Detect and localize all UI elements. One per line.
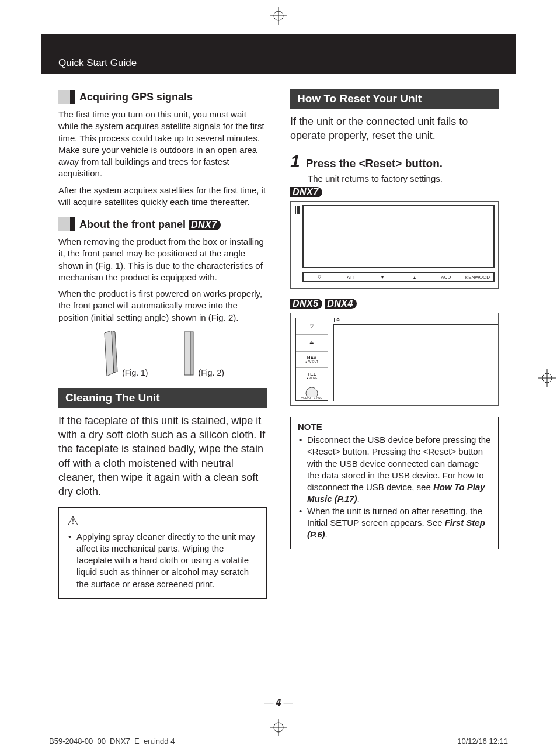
page-number: —4—: [0, 698, 557, 708]
footer-timestamp: 10/12/16 12:11: [457, 737, 508, 745]
step-title: Press the <Reset> button.: [306, 157, 443, 170]
warning-box: ⚠ Applying spray cleaner directly to the…: [58, 507, 267, 599]
footer-metadata: B59-2048-00_00_DNX7_E_en.indd 4 10/12/16…: [49, 737, 508, 745]
frontpanel-para-2: When the product is first powered on wor…: [58, 288, 267, 324]
header-title: Quick Start Guide: [58, 57, 137, 69]
dnx5-btn-nav: NAV● AV OUT: [296, 352, 328, 368]
left-column: Acquiring GPS signals The first time you…: [58, 81, 267, 599]
dnx7-device-illustration: ▽ ATT ▾ ▴ AUD KENWOOD: [290, 201, 499, 289]
dnx7-btn-eject: ▽: [304, 275, 335, 280]
dnx5-btn-tel: TEL● V.OFF: [296, 368, 328, 384]
content-columns: Acquiring GPS signals The first time you…: [41, 74, 516, 599]
svg-point-13: [306, 387, 318, 397]
gps-para-1: The first time you turn on this unit, yo…: [58, 109, 267, 180]
fig2-panel-icon: [183, 331, 195, 377]
warning-icon: ⚠: [67, 514, 258, 529]
dnx5-disc-icon: ⦿: [334, 318, 342, 322]
model-badge-dnx4: DNX4: [325, 299, 357, 309]
model-badge-dnx7-illus: DNX7: [290, 187, 322, 197]
dnx5-knob-vol: VOL/ATT ● AUD: [296, 384, 328, 400]
header-bar: Quick Start Guide: [41, 34, 516, 74]
note2-suffix: .: [325, 529, 328, 539]
page-number-value: 4: [276, 698, 281, 708]
heading-cleaning: Cleaning The Unit: [58, 388, 267, 408]
reg-mark-top: [270, 7, 287, 25]
dnx7-screen: [302, 205, 495, 268]
dnx7-hinge-icon: [294, 205, 300, 285]
heading-gps: Acquiring GPS signals: [58, 90, 267, 104]
page: Quick Start Guide Acquiring GPS signals …: [0, 34, 557, 599]
note-item-1: Disconnect the USB device before pressin…: [301, 434, 491, 505]
square-bullet-icon: [58, 90, 75, 104]
dnx7-btn-att: ATT: [335, 275, 367, 280]
frontpanel-para-1: When removing the product from the box o…: [58, 236, 267, 283]
step-subtitle: The unit returns to factory settings.: [308, 174, 499, 183]
dnx5-btn-eject: ▽: [296, 318, 328, 335]
dnx5-device-illustration: ▽ ⏏ NAV● AV OUT TEL● V.OFF VOL/ATT ● AUD…: [290, 313, 499, 406]
step-number: 1: [290, 151, 300, 171]
heading-reset: How To Reset Your Unit: [290, 89, 499, 109]
dnx7-btn-brand: KENWOOD: [462, 275, 493, 280]
right-column: How To Reset Your Unit If the unit or th…: [290, 81, 499, 599]
dnx5-side-panel: ▽ ⏏ NAV● AV OUT TEL● V.OFF VOL/ATT ● AUD: [295, 318, 328, 401]
reg-mark-right: [538, 369, 556, 387]
figure-row: (Fig. 1) (Fig. 2): [58, 331, 267, 377]
reg-mark-bottom: [270, 719, 287, 736]
note-box: NOTE Disconnect the USB device before pr…: [290, 417, 499, 549]
step-1: 1 Press the <Reset> button.: [290, 151, 499, 171]
footer-file: B59-2048-00_00_DNX7_E_en.indd 4: [49, 737, 175, 745]
model-badge-dnx7: DNX7: [189, 220, 221, 230]
cleaning-body: If the faceplate of this unit is stained…: [58, 414, 267, 499]
figure-1: (Fig. 1): [101, 331, 148, 377]
model-badges-dnx5-4: DNX5 DNX4: [290, 298, 499, 309]
dnx7-btn-down: ▾: [367, 275, 398, 280]
warning-text: Applying spray cleaner directly to the u…: [71, 531, 258, 590]
fig1-label: (Fig. 1): [122, 368, 148, 377]
dnx7-btn-aud: AUD: [430, 275, 462, 280]
frontpanel-heading-prefix: About the front panel: [79, 219, 189, 230]
figure-2: (Fig. 2): [183, 331, 224, 377]
dnx7-btn-up: ▴: [399, 275, 430, 280]
fig2-label: (Fig. 2): [199, 368, 224, 377]
gps-para-2: After the system acquires satellites for…: [58, 185, 267, 209]
dnx5-screen: [333, 324, 498, 401]
fig1-panel-icon: [101, 331, 119, 377]
heading-gps-text: Acquiring GPS signals: [79, 91, 193, 103]
note-item-2: When the unit is turned on after resetti…: [301, 505, 491, 541]
heading-frontpanel: About the front panel DNX7: [58, 217, 267, 231]
square-bullet-icon: [58, 217, 75, 231]
note1-suffix: .: [357, 494, 360, 504]
dnx5-btn-power: ⏏: [296, 335, 328, 351]
dnx7-button-row: ▽ ATT ▾ ▴ AUD KENWOOD: [302, 272, 495, 282]
heading-frontpanel-text: About the front panel DNX7: [79, 219, 221, 231]
note-title: NOTE: [298, 422, 491, 432]
reset-lead: If the unit or the connected unit fails …: [290, 115, 499, 143]
svg-rect-12: [190, 332, 193, 375]
model-badge-dnx5: DNX5: [290, 299, 322, 309]
svg-rect-11: [184, 332, 190, 375]
